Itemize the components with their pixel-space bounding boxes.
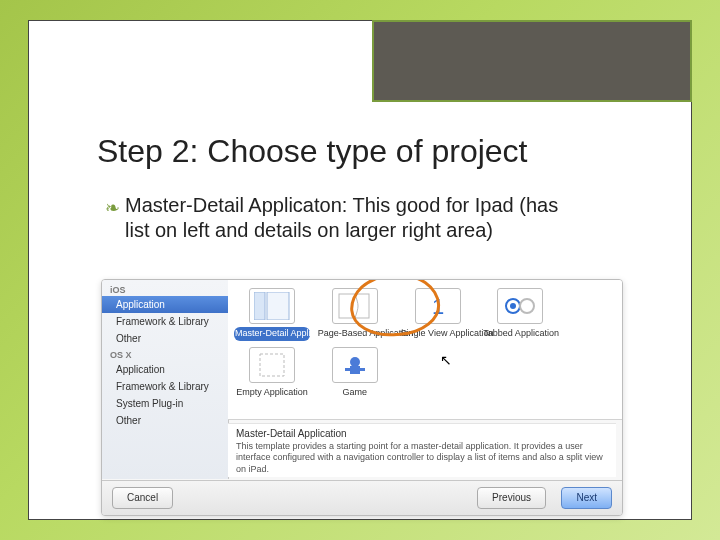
svg-point-6 (510, 303, 516, 309)
slide-title: Step 2: Choose type of project (97, 133, 527, 170)
svg-rect-9 (350, 366, 360, 374)
slide: Step 2: Choose type of project ❧ Master-… (0, 0, 720, 540)
template-label: Empty Application (234, 386, 310, 400)
svg-text:1: 1 (431, 294, 443, 319)
template-grid: Master-Detail Application Page-Based App… (228, 280, 622, 420)
bullet-icon: ❧ (105, 197, 120, 220)
dialog-footer: Cancel Previous Next (102, 480, 622, 515)
sidebar-header-ios: iOS (102, 282, 228, 296)
template-label: Single View Application (400, 327, 476, 341)
template-label: Tabbed Application (482, 327, 558, 341)
svg-point-5 (520, 299, 534, 313)
sidebar-item-osx-other[interactable]: Other (102, 412, 228, 429)
sidebar-item-ios-application[interactable]: Application (102, 296, 228, 313)
sidebar-item-osx-framework[interactable]: Framework & Library (102, 378, 228, 395)
template-tabbed[interactable]: Tabbed Application (482, 288, 558, 341)
slide-body: ❧ Master-Detail Applicaton: This good fo… (125, 193, 581, 243)
description-body: This template provides a starting point … (236, 441, 608, 475)
sidebar-item-osx-application[interactable]: Application (102, 361, 228, 378)
xcode-dialog-screenshot: iOS Application Framework & Library Othe… (101, 279, 621, 514)
slide-card: Step 2: Choose type of project ❧ Master-… (28, 20, 692, 520)
svg-rect-7 (260, 354, 284, 376)
template-description: Master-Detail Application This template … (228, 423, 616, 477)
sidebar-header-osx: OS X (102, 347, 228, 361)
next-button[interactable]: Next (561, 487, 612, 509)
template-chooser-dialog: iOS Application Framework & Library Othe… (101, 279, 623, 516)
template-page-based[interactable]: Page-Based Application (317, 288, 393, 341)
cancel-button[interactable]: Cancel (112, 487, 173, 509)
svg-rect-10 (345, 368, 350, 371)
svg-rect-11 (360, 368, 365, 371)
template-empty[interactable]: Empty Application (234, 347, 310, 400)
svg-point-8 (350, 357, 360, 367)
template-label: Page-Based Application (317, 327, 393, 341)
master-detail-icon (249, 288, 295, 324)
slide-accent-box (372, 20, 692, 102)
sidebar-item-ios-framework[interactable]: Framework & Library (102, 313, 228, 330)
slide-bullet-text: Master-Detail Applicaton: This good for … (125, 194, 558, 241)
description-title: Master-Detail Application (236, 428, 608, 439)
empty-app-icon (249, 347, 295, 383)
game-icon (332, 347, 378, 383)
dialog-sidebar: iOS Application Framework & Library Othe… (102, 280, 229, 479)
previous-button[interactable]: Previous (477, 487, 546, 509)
sidebar-item-ios-other[interactable]: Other (102, 330, 228, 347)
template-label: Master-Detail Application (234, 327, 310, 341)
svg-rect-2 (339, 294, 369, 318)
sidebar-item-osx-plugin[interactable]: System Plug-in (102, 395, 228, 412)
template-single-view[interactable]: 1 Single View Application (400, 288, 476, 341)
page-based-icon (332, 288, 378, 324)
template-game[interactable]: Game (317, 347, 393, 400)
svg-rect-1 (267, 292, 289, 320)
svg-rect-0 (254, 292, 265, 320)
template-master-detail[interactable]: Master-Detail Application (234, 288, 310, 341)
single-view-icon: 1 (415, 288, 461, 324)
template-label: Game (317, 386, 393, 400)
tabbed-icon (497, 288, 543, 324)
